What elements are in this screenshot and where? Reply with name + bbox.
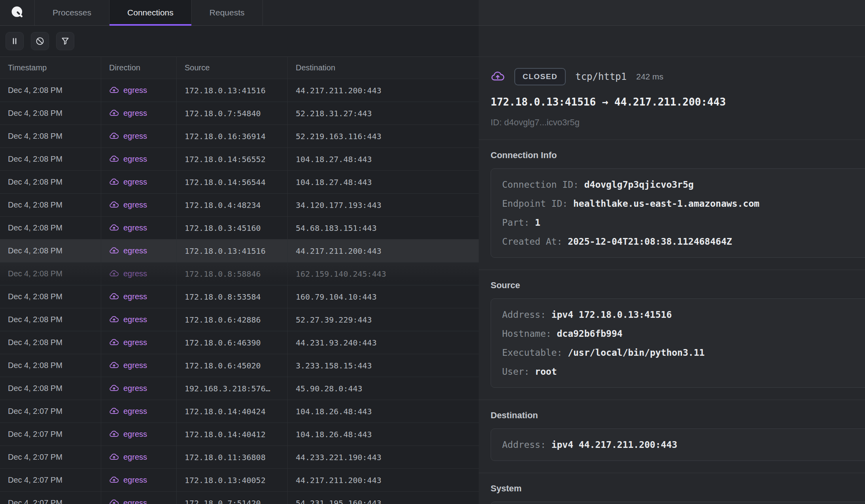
- table-row[interactable]: Dec 4, 2:07 PM egress 172.18.0.14:40424 …: [0, 400, 479, 423]
- source-cell: 172.18.0.16:36914: [177, 125, 288, 147]
- cloud-egress-icon: [109, 475, 119, 485]
- table-row[interactable]: Dec 4, 2:07 PM egress 172.18.0.11:36808 …: [0, 446, 479, 469]
- table-row[interactable]: Dec 4, 2:07 PM egress 172.18.0.13:40052 …: [0, 469, 479, 492]
- connection-detail-panel: CLOSED tcp/http1 242 ms 172.18.0.13:4151…: [479, 0, 865, 504]
- block-button[interactable]: [31, 32, 49, 50]
- direction-cell: egress: [101, 331, 177, 354]
- table-row[interactable]: Dec 4, 2:08 PM egress 172.18.0.3:45160 5…: [0, 217, 479, 240]
- table-row[interactable]: Dec 4, 2:08 PM egress 172.18.0.4:48234 3…: [0, 194, 479, 217]
- field-value: 2025-12-04T21:08:38.112468464Z: [568, 236, 732, 247]
- destination-cell: 52.219.163.116:443: [288, 125, 479, 147]
- destination-cell: 44.231.93.240:443: [288, 331, 479, 354]
- table-row[interactable]: Dec 4, 2:08 PM egress 172.18.0.6:42886 5…: [0, 308, 479, 331]
- direction-cell: egress: [101, 171, 177, 193]
- table-header-row: Timestamp Direction Source Destination: [0, 57, 479, 79]
- direction-label: egress: [123, 223, 147, 232]
- table-row[interactable]: Dec 4, 2:08 PM egress 172.18.0.7:54840 5…: [0, 102, 479, 125]
- direction-label: egress: [123, 453, 147, 462]
- direction-label: egress: [123, 155, 147, 164]
- destination-cell: 160.79.104.10:443: [288, 285, 479, 308]
- field-value: root: [535, 366, 557, 377]
- field-label: Hostname:: [502, 328, 557, 339]
- field-label: Endpoint ID:: [502, 198, 573, 209]
- destination-cell: 44.217.211.200:443: [288, 79, 479, 102]
- timestamp-cell: Dec 4, 2:08 PM: [0, 285, 101, 308]
- tab-processes[interactable]: Processes: [35, 0, 110, 25]
- table-row[interactable]: Dec 4, 2:08 PM egress 192.168.3.218:576……: [0, 377, 479, 400]
- panel-top-spacer: [479, 0, 865, 26]
- connection-id-short: ID: d4ovglg7...icvo3r5g: [491, 117, 853, 128]
- field-label: User:: [502, 366, 535, 377]
- detail-sections: Connection Info Connection ID: d4ovglg7p…: [479, 140, 865, 504]
- source-cell: 172.18.0.3:45160: [177, 217, 288, 239]
- source-cell: 172.18.0.7:51420: [177, 492, 288, 504]
- detail-section: System Hostname: qpoint Agent: tap Agent…: [479, 473, 865, 504]
- table-row[interactable]: Dec 4, 2:08 PM egress 172.18.0.16:36914 …: [0, 125, 479, 148]
- timestamp-cell: Dec 4, 2:07 PM: [0, 446, 101, 468]
- destination-cell: 104.18.26.48:443: [288, 423, 479, 445]
- direction-label: egress: [123, 315, 147, 324]
- cloud-egress-icon: [109, 315, 119, 325]
- cloud-egress-icon: [109, 154, 119, 164]
- field-row: Address: ipv4 172.18.0.13:41516: [502, 305, 857, 324]
- section-card: Address: ipv4 44.217.211.200:443: [491, 428, 865, 461]
- direction-cell: egress: [101, 148, 177, 170]
- direction-label: egress: [123, 200, 147, 210]
- column-header-source[interactable]: Source: [177, 57, 288, 79]
- timestamp-cell: Dec 4, 2:08 PM: [0, 194, 101, 216]
- detail-header: CLOSED tcp/http1 242 ms 172.18.0.13:4151…: [479, 57, 865, 140]
- direction-cell: egress: [101, 194, 177, 216]
- tab-connections[interactable]: Connections: [110, 0, 192, 25]
- direction-cell: egress: [101, 492, 177, 504]
- column-header-direction[interactable]: Direction: [101, 57, 177, 79]
- timestamp-cell: Dec 4, 2:08 PM: [0, 125, 101, 147]
- column-header-timestamp[interactable]: Timestamp: [0, 57, 101, 79]
- pause-button[interactable]: [6, 32, 24, 50]
- field-label: Connection ID:: [502, 179, 584, 190]
- field-label: Created At:: [502, 236, 568, 247]
- timestamp-cell: Dec 4, 2:08 PM: [0, 262, 101, 285]
- cloud-egress-icon: [109, 498, 119, 504]
- column-header-destination[interactable]: Destination: [288, 57, 479, 79]
- field-row: Connection ID: d4ovglg7p3qjicvo3r5g: [502, 175, 857, 194]
- source-cell: 172.18.0.14:56552: [177, 148, 288, 170]
- direction-label: egress: [123, 109, 147, 118]
- direction-label: egress: [123, 430, 147, 439]
- field-value: ipv4 172.18.0.13:41516: [551, 310, 672, 320]
- table-row[interactable]: Dec 4, 2:08 PM egress 172.18.0.8:53584 1…: [0, 285, 479, 308]
- timestamp-cell: Dec 4, 2:08 PM: [0, 354, 101, 377]
- table-row[interactable]: Dec 4, 2:08 PM egress 172.18.0.8:58846 1…: [0, 262, 479, 285]
- source-cell: 172.18.0.6:46390: [177, 331, 288, 354]
- destination-cell: 54.231.195.160:443: [288, 492, 479, 504]
- field-value: ipv4 44.217.211.200:443: [551, 440, 678, 450]
- timestamp-cell: Dec 4, 2:08 PM: [0, 308, 101, 331]
- main-area: Processes Connections Requests Timestamp…: [0, 0, 479, 504]
- cloud-egress-icon: [109, 292, 119, 302]
- table-row[interactable]: Dec 4, 2:07 PM egress 172.18.0.14:40412 …: [0, 423, 479, 446]
- table-row[interactable]: Dec 4, 2:08 PM egress 172.18.0.13:41516 …: [0, 79, 479, 102]
- field-value: 1: [535, 217, 540, 228]
- table-row[interactable]: Dec 4, 2:08 PM egress 172.18.0.6:45020 3…: [0, 354, 479, 377]
- field-label: Address:: [502, 440, 551, 450]
- tab-requests[interactable]: Requests: [192, 0, 263, 25]
- table-row[interactable]: Dec 4, 2:08 PM egress 172.18.0.6:46390 4…: [0, 331, 479, 354]
- direction-cell: egress: [101, 102, 177, 125]
- field-row: Address: ipv4 44.217.211.200:443: [502, 435, 857, 454]
- cloud-egress-icon: [109, 361, 119, 370]
- direction-label: egress: [123, 361, 147, 370]
- table-row[interactable]: Dec 4, 2:08 PM egress 172.18.0.14:56544 …: [0, 171, 479, 194]
- filter-button[interactable]: [56, 32, 74, 50]
- timestamp-cell: Dec 4, 2:07 PM: [0, 469, 101, 491]
- table-row[interactable]: Dec 4, 2:08 PM egress 172.18.0.14:56552 …: [0, 148, 479, 171]
- logo-button[interactable]: [0, 0, 35, 25]
- table-row[interactable]: Dec 4, 2:08 PM egress 172.18.0.13:41516 …: [0, 240, 479, 262]
- direction-cell: egress: [101, 377, 177, 400]
- detail-section: Source Address: ipv4 172.18.0.13:41516 H…: [479, 270, 865, 400]
- source-cell: 172.18.0.4:48234: [177, 194, 288, 216]
- section-title: Destination: [491, 410, 853, 421]
- table-row[interactable]: Dec 4, 2:07 PM egress 172.18.0.7:51420 5…: [0, 492, 479, 504]
- section-card: Hostname: qpoint Agent: tap Agent Instan…: [491, 502, 865, 504]
- direction-label: egress: [123, 407, 147, 416]
- direction-cell: egress: [101, 79, 177, 102]
- direction-cell: egress: [101, 308, 177, 331]
